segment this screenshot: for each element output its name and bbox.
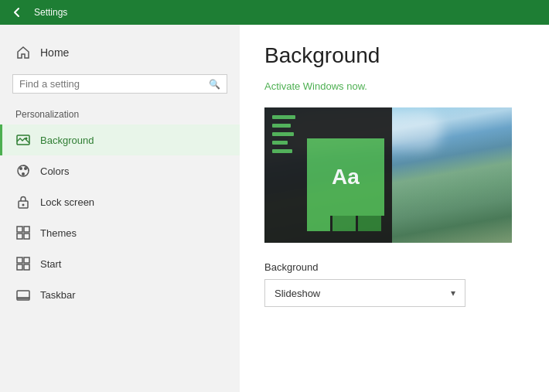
theme-small-boxes — [307, 216, 381, 231]
svg-rect-12 — [17, 257, 22, 263]
sidebar-item-start-label: Start — [40, 258, 61, 270]
theme-small-box-1 — [307, 216, 330, 231]
dropdown-value: Slideshow — [274, 288, 320, 299]
theme-aa-box: Aa — [307, 138, 384, 216]
personalization-label: Personalization — [0, 100, 240, 124]
svg-rect-9 — [24, 227, 29, 232]
sidebar-item-taskbar-label: Taskbar — [40, 289, 76, 301]
theme-small-box-2 — [332, 216, 356, 231]
page-title: Background — [264, 43, 524, 68]
sidebar-item-lockscreen[interactable]: Lock screen — [0, 186, 240, 217]
theme-line-4 — [272, 141, 288, 145]
sidebar-item-themes[interactable]: Themes — [0, 217, 240, 248]
theme-line-3 — [272, 132, 294, 136]
svg-rect-10 — [17, 233, 22, 239]
main-layout: Home 🔍 Personalization Background — [0, 25, 549, 392]
svg-point-1 — [26, 138, 28, 140]
theme-panel: Aa — [264, 107, 392, 243]
svg-rect-15 — [24, 264, 29, 270]
sidebar-item-home[interactable]: Home — [0, 37, 240, 68]
background-preview: Aa — [264, 107, 512, 243]
back-button[interactable] — [8, 3, 26, 22]
svg-point-3 — [19, 167, 22, 170]
background-dropdown[interactable]: Slideshow ▾ — [264, 279, 465, 307]
title-bar: Settings — [0, 0, 549, 25]
start-icon — [15, 256, 31, 271]
svg-point-4 — [24, 167, 27, 170]
search-input[interactable] — [19, 78, 204, 90]
sidebar-item-lockscreen-label: Lock screen — [40, 196, 94, 208]
svg-rect-14 — [17, 264, 22, 270]
search-box[interactable]: 🔍 — [12, 74, 227, 94]
picture-icon — [15, 132, 31, 148]
themes-icon — [15, 225, 31, 240]
background-dropdown-label: Background — [264, 261, 524, 273]
window-title: Settings — [34, 7, 67, 18]
taskbar-icon — [15, 287, 31, 302]
sidebar-item-colors-label: Colors — [40, 165, 70, 177]
lock-screen-icon — [15, 194, 31, 210]
home-icon — [15, 45, 31, 60]
sidebar-item-themes-label: Themes — [40, 227, 77, 239]
theme-line-5 — [272, 149, 292, 153]
theme-line-2 — [272, 124, 291, 128]
theme-lines — [272, 115, 295, 153]
sidebar: Home 🔍 Personalization Background — [0, 25, 240, 392]
svg-rect-13 — [24, 257, 29, 263]
svg-point-7 — [22, 204, 25, 206]
sidebar-item-start[interactable]: Start — [0, 248, 240, 279]
search-icon: 🔍 — [209, 79, 220, 90]
svg-point-5 — [22, 172, 25, 176]
colors-icon — [15, 163, 31, 179]
theme-aa-text: Aa — [332, 165, 360, 189]
sidebar-item-colors[interactable]: Colors — [0, 155, 240, 186]
content-area: Background Activate Windows now. Aa — [240, 25, 549, 392]
sidebar-item-taskbar[interactable]: Taskbar — [0, 279, 240, 310]
theme-line-1 — [272, 115, 295, 119]
sidebar-item-background[interactable]: Background — [0, 124, 240, 155]
sidebar-item-background-label: Background — [40, 135, 94, 146]
theme-small-box-3 — [358, 216, 381, 231]
activate-windows-link[interactable]: Activate Windows now. — [264, 80, 524, 92]
svg-rect-11 — [24, 233, 29, 239]
chevron-down-icon: ▾ — [451, 288, 455, 298]
svg-rect-8 — [17, 227, 22, 232]
home-label: Home — [40, 46, 69, 59]
